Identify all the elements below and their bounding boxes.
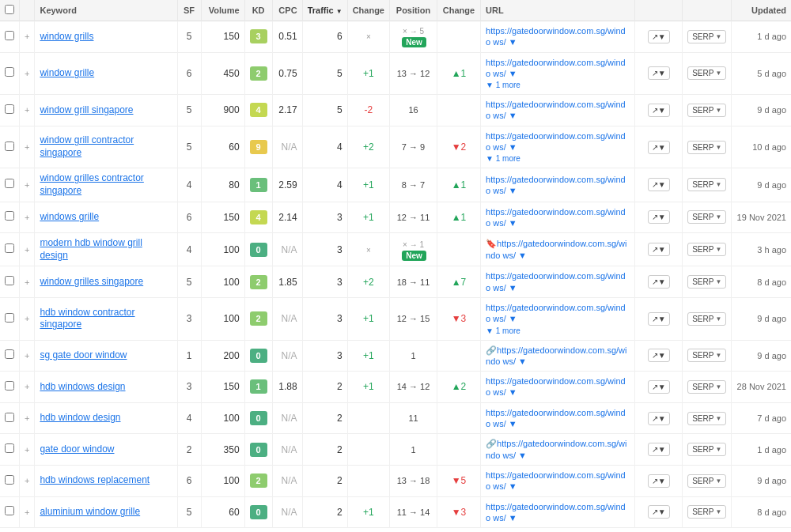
chart-button[interactable]: ↗ ▼ [648, 243, 670, 256]
chart-button[interactable]: ↗ ▼ [648, 66, 670, 80]
row-checkbox[interactable] [5, 475, 14, 485]
url-link[interactable]: https://gatedoorwindow.com.sg/windo ws/ … [486, 175, 626, 195]
serp-button[interactable]: SERP ▼ [687, 104, 726, 117]
url-link[interactable]: https://gatedoorwindow.com.sg/windo ws/ … [486, 131, 626, 152]
row-checkbox[interactable] [5, 104, 14, 114]
header-keyword[interactable]: Keyword [35, 0, 177, 21]
row-checkbox[interactable] [5, 211, 14, 221]
expand-icon[interactable]: + [25, 507, 29, 517]
url-more[interactable]: ▼ 1 more [486, 326, 520, 335]
keyword-link[interactable]: aluminium window grille [40, 506, 140, 517]
serp-button[interactable]: SERP ▼ [687, 243, 726, 256]
url-link[interactable]: https://gatedoorwindow.com.sg/windo ws/ … [486, 26, 626, 47]
serp-button[interactable]: SERP ▼ [687, 178, 726, 191]
header-change2[interactable]: Change [437, 0, 481, 21]
select-all-checkbox[interactable] [5, 5, 14, 14]
url-more[interactable]: ▼ 1 more [486, 81, 520, 89]
row-checkbox[interactable] [5, 179, 14, 188]
serp-button[interactable]: SERP ▼ [687, 210, 726, 224]
serp-button[interactable]: SERP ▼ [687, 443, 726, 456]
url-link[interactable]: https://gatedoorwindow.com.sg/windo ws/ … [486, 345, 626, 366]
header-position[interactable]: Position [389, 0, 437, 21]
chart-button[interactable]: ↗ ▼ [648, 380, 670, 394]
header-kd[interactable]: KD [244, 0, 272, 21]
keyword-link[interactable]: window grills [40, 31, 93, 42]
expand-icon[interactable]: + [25, 245, 29, 255]
chart-button[interactable]: ↗ ▼ [648, 474, 670, 488]
url-link[interactable]: https://gatedoorwindow.com.sg/windo ws/ … [486, 439, 626, 459]
chart-button[interactable]: ↗ ▼ [648, 178, 670, 191]
keyword-link[interactable]: window grill singapore [40, 104, 133, 115]
serp-button[interactable]: SERP ▼ [687, 141, 726, 154]
expand-icon[interactable]: + [25, 69, 29, 78]
header-traffic[interactable]: Traffic ▼ [302, 0, 347, 21]
expand-icon[interactable]: + [25, 105, 29, 115]
serp-button[interactable]: SERP ▼ [687, 505, 726, 519]
url-link[interactable]: https://gatedoorwindow.com.sg/windo ws/ … [486, 271, 626, 292]
expand-icon[interactable]: + [25, 314, 29, 323]
chart-button[interactable]: ↗ ▼ [648, 505, 670, 519]
keyword-link[interactable]: window grilles contractor singapore [40, 172, 143, 196]
url-link[interactable]: https://gatedoorwindow.com.sg/windo ws/ … [486, 376, 626, 397]
expand-icon[interactable]: + [25, 142, 29, 152]
expand-icon[interactable]: + [25, 382, 29, 391]
keyword-link[interactable]: sg gate door window [40, 349, 127, 360]
serp-button[interactable]: SERP ▼ [687, 275, 726, 289]
row-checkbox[interactable] [5, 413, 14, 422]
chart-button[interactable]: ↗ ▼ [648, 210, 670, 224]
serp-button[interactable]: SERP ▼ [687, 30, 726, 43]
url-link[interactable]: https://gatedoorwindow.com.sg/windo ws/ … [486, 58, 626, 78]
chart-button[interactable]: ↗ ▼ [648, 412, 670, 425]
url-link[interactable]: https://gatedoorwindow.com.sg/windo ws/ … [486, 239, 626, 259]
url-link[interactable]: https://gatedoorwindow.com.sg/windo ws/ … [486, 470, 626, 491]
url-link[interactable]: https://gatedoorwindow.com.sg/windo ws/ … [486, 100, 626, 120]
expand-icon[interactable]: + [25, 445, 29, 455]
expand-icon[interactable]: + [25, 476, 29, 485]
url-link[interactable]: https://gatedoorwindow.com.sg/windo ws/ … [486, 408, 626, 428]
serp-button[interactable]: SERP ▼ [687, 312, 726, 326]
header-sf[interactable]: SF [177, 0, 201, 21]
row-checkbox[interactable] [5, 276, 14, 285]
serp-button[interactable]: SERP ▼ [687, 474, 726, 488]
header-change1[interactable]: Change [347, 0, 389, 21]
row-checkbox[interactable] [5, 349, 14, 359]
chart-button[interactable]: ↗ ▼ [648, 312, 670, 326]
expand-icon[interactable]: + [25, 32, 29, 41]
expand-icon[interactable]: + [25, 213, 29, 222]
keyword-link[interactable]: hdb windows replacement [40, 474, 149, 485]
keyword-link[interactable]: hdb windows design [40, 381, 125, 392]
row-checkbox[interactable] [5, 31, 14, 40]
chart-button[interactable]: ↗ ▼ [648, 443, 670, 456]
row-checkbox[interactable] [5, 141, 14, 151]
row-checkbox[interactable] [5, 443, 14, 453]
chart-button[interactable]: ↗ ▼ [648, 141, 670, 154]
keyword-link[interactable]: window grilles singapore [40, 276, 143, 287]
url-link[interactable]: https://gatedoorwindow.com.sg/windo ws/ … [486, 303, 626, 323]
chart-button[interactable]: ↗ ▼ [648, 349, 670, 362]
keyword-link[interactable]: window grille [40, 67, 94, 78]
chart-button[interactable]: ↗ ▼ [648, 104, 670, 117]
url-link[interactable]: https://gatedoorwindow.com.sg/windo ws/ … [486, 207, 626, 228]
row-checkbox[interactable] [5, 381, 14, 391]
url-more[interactable]: ▼ 1 more [486, 154, 520, 163]
header-cpc[interactable]: CPC [272, 0, 302, 21]
expand-icon[interactable]: + [25, 180, 29, 190]
keyword-link[interactable]: gate door window [40, 443, 114, 455]
row-checkbox[interactable] [5, 313, 14, 323]
header-volume[interactable]: Volume [201, 0, 244, 21]
keyword-link[interactable]: window grill contractor singapore [40, 134, 134, 158]
serp-button[interactable]: SERP ▼ [687, 412, 726, 425]
serp-button[interactable]: SERP ▼ [687, 349, 726, 362]
header-url[interactable]: URL [481, 0, 635, 21]
keyword-link[interactable]: windows grille [40, 211, 99, 222]
expand-icon[interactable]: + [25, 413, 29, 423]
serp-button[interactable]: SERP ▼ [687, 380, 726, 394]
expand-icon[interactable]: + [25, 351, 29, 360]
row-checkbox[interactable] [5, 243, 14, 253]
keyword-link[interactable]: hdb window design [40, 412, 120, 423]
row-checkbox[interactable] [5, 67, 14, 77]
chart-button[interactable]: ↗ ▼ [648, 30, 670, 43]
row-checkbox[interactable] [5, 506, 14, 515]
keyword-link[interactable]: hdb window contractor singapore [40, 307, 134, 330]
expand-icon[interactable]: + [25, 277, 29, 287]
